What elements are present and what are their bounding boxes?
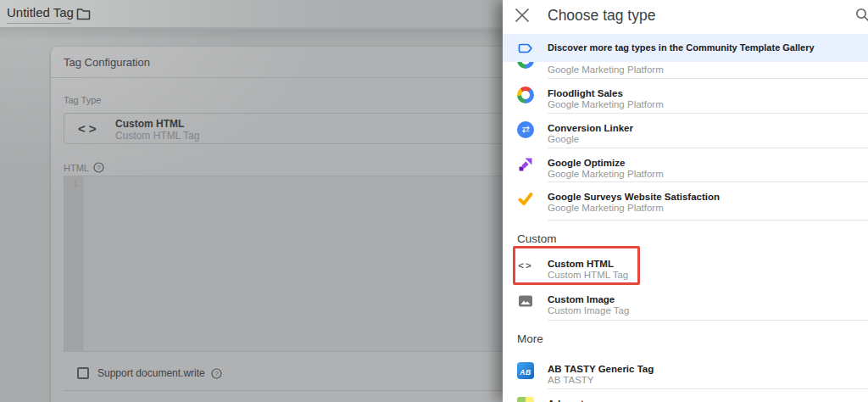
row-title: AB TASTY Generic Tag [548,363,654,375]
row-subtitle: Google [548,134,633,145]
tag-type-row[interactable]: Adometry [503,388,868,402]
gtm-tag-editor: Untitled Tag Tag Configuration Tag Type … [0,0,868,402]
surveys-check-icon [517,190,534,207]
tag-name-input[interactable]: Untitled Tag [7,5,74,20]
tag-type-row[interactable]: Google OptimizeGoogle Marketing Platform [503,148,868,182]
tag-type-subtitle: Custom HTML Tag [115,130,199,142]
checkbox-label: Support document.write [97,367,205,379]
adometry-icon [517,397,534,402]
tag-configuration-card: Tag Configuration Tag Type <> Custom HTM… [51,47,503,402]
list-separator [548,181,868,182]
tag-type-selector[interactable]: <> Custom HTML Custom HTML Tag [64,113,503,144]
list-separator [548,220,868,221]
html-editor[interactable]: 1 [64,176,503,352]
row-subtitle: Google Marketing Platform [548,64,664,75]
tag-type-label: Tag Type [64,95,101,105]
optimize-icon [517,156,534,173]
discover-tag-icon [517,40,534,57]
card-title: Tag Configuration [64,56,150,69]
abtasty-icon: AB [517,362,534,379]
search-icon[interactable] [854,7,868,22]
section-header-custom: Custom [517,232,557,246]
row-title: Custom Image [548,293,629,305]
row-title: Conversion Linker [548,122,633,134]
tag-type-row[interactable]: Google Surveys Website SatisfactionGoogl… [503,181,868,216]
community-gallery-banner[interactable]: Discover more tag types in the Community… [503,34,868,62]
choose-tag-type-panel: Google Marketing PlatformFloodlight Sale… [503,0,868,402]
panel-header: Choose tag type [503,0,868,34]
editor-gutter: 1 [64,176,83,351]
row-title: Adometry [548,398,593,402]
image-icon [517,293,534,310]
support-document-write-row: Support document.write ? [77,366,222,380]
selection-highlight-box [513,246,640,285]
tag-type-row[interactable]: ⇄Conversion LinkerGoogle [503,113,868,148]
row-subtitle: Google Marketing Platform [548,99,664,110]
tag-type-row[interactable]: Floodlight SalesGoogle Marketing Platfor… [503,78,868,113]
help-icon[interactable]: ? [211,368,222,379]
conversion-linker-icon: ⇄ [517,121,534,138]
svg-text:?: ? [97,164,101,171]
list-separator [548,78,868,79]
tag-name-underline [7,23,71,24]
support-document-write-checkbox[interactable] [77,367,89,379]
gmp-ring-icon [517,87,534,103]
row-title: Floodlight Sales [548,87,664,99]
help-icon[interactable]: ? [93,162,104,173]
list-separator [548,388,868,389]
folder-icon[interactable] [76,8,91,20]
row-subtitle: Google Marketing Platform [548,203,720,214]
background-page: Untitled Tag Tag Configuration Tag Type … [0,0,503,402]
close-icon[interactable] [514,7,531,24]
row-title: Google Optimize [548,157,664,169]
html-field-label: HTML ? [64,162,104,173]
list-separator [548,148,868,148]
banner-text: Discover more tag types in the Community… [548,34,815,62]
divider [64,390,503,391]
row-title: Google Surveys Website Satisfaction [548,191,720,203]
card-header: Tag Configuration [51,47,503,78]
list-separator [548,320,868,321]
topbar: Untitled Tag [0,0,503,28]
row-subtitle: Custom Image Tag [548,305,629,316]
tag-type-row[interactable]: ABAB TASTY Generic TagAB TASTY [503,354,868,388]
svg-text:?: ? [214,370,219,377]
code-icon: <> [78,121,100,136]
panel-title: Choose tag type [548,7,655,25]
list-separator [548,113,868,114]
row-subtitle: Google Marketing Platform [548,169,664,180]
section-header-more: More [517,332,543,346]
line-number: 1 [73,179,78,189]
html-label: HTML [64,163,89,173]
workspace-background: Tag Configuration Tag Type <> Custom HTM… [0,29,503,402]
tag-type-title: Custom HTML [115,118,184,130]
row-subtitle: AB TASTY [548,375,654,386]
tag-type-row[interactable]: Custom ImageCustom Image Tag [503,284,868,319]
